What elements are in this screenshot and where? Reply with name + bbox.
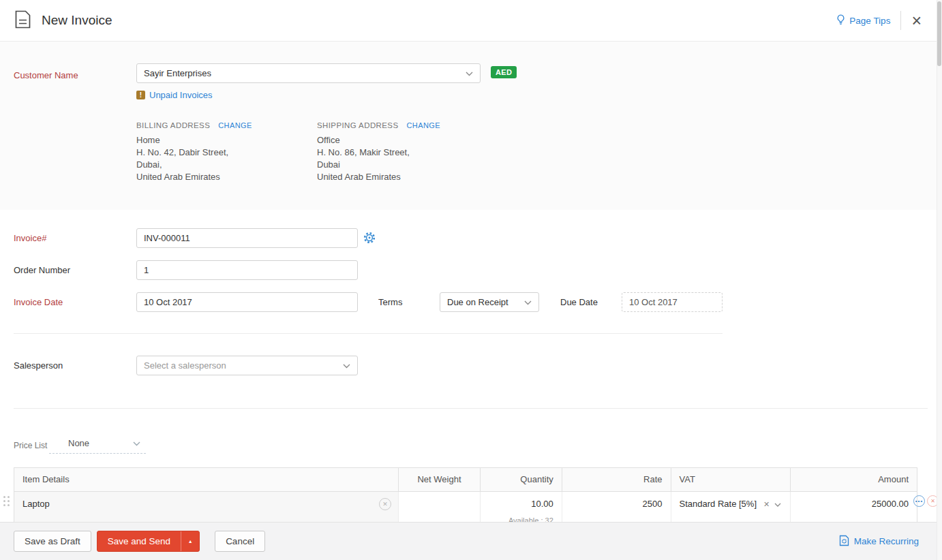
save-options-caret-icon[interactable]: ▲ xyxy=(181,531,199,551)
cancel-button[interactable]: Cancel xyxy=(215,531,265,552)
new-invoice-page: New Invoice Page Tips × Customer Name Sa… xyxy=(0,0,942,560)
invoice-date-input[interactable] xyxy=(136,292,358,312)
invoice-settings-gear-icon[interactable] xyxy=(363,232,376,247)
chevron-down-icon xyxy=(770,499,781,509)
billing-address-line: Home xyxy=(136,134,252,146)
customer-select[interactable]: Sayir Enterprises xyxy=(136,63,481,83)
unpaid-invoices-label: Unpaid Invoices xyxy=(149,90,213,100)
row-drag-handle[interactable] xyxy=(3,496,10,506)
recurring-document-icon xyxy=(839,535,849,548)
billing-address-heading: BILLING ADDRESSCHANGE xyxy=(136,121,252,129)
column-header-net-weight: Net Weight xyxy=(399,468,481,491)
close-icon[interactable]: × xyxy=(911,12,922,29)
chevron-down-icon xyxy=(466,68,473,78)
chevron-down-icon xyxy=(524,297,532,307)
shipping-change-link[interactable]: CHANGE xyxy=(407,121,440,129)
row-actions: ••• ✕ xyxy=(913,495,939,507)
vat-cell[interactable]: Standard Rate [5%] ✕ xyxy=(671,492,791,522)
invoice-date-label: Invoice Date xyxy=(14,297,63,307)
shipping-address-title: SHIPPING ADDRESS xyxy=(317,121,399,129)
shipping-address-line: United Arab Emirates xyxy=(317,171,440,183)
lightbulb-icon xyxy=(836,14,845,27)
billing-address-block: BILLING ADDRESSCHANGE Home H. No. 42, Da… xyxy=(136,121,252,183)
salesperson-placeholder: Select a salesperson xyxy=(144,360,343,371)
currency-badge: AED xyxy=(491,66,517,78)
page-tips-label: Page Tips xyxy=(849,16,890,26)
price-list-select[interactable]: None xyxy=(49,437,146,454)
shipping-address-line: Dubai xyxy=(317,159,440,171)
scrollbar-thumb[interactable] xyxy=(937,1,941,66)
item-name: Laptop xyxy=(22,499,50,509)
billing-address-line: United Arab Emirates xyxy=(136,171,252,183)
item-details-cell[interactable]: Laptop ✕ xyxy=(14,492,399,522)
table-row: Laptop ✕ 10.00 Available : 32 2500 Stand… xyxy=(14,492,917,522)
available-stock-label: Available : 32 xyxy=(489,516,553,522)
section-divider xyxy=(14,408,928,409)
save-and-send-button[interactable]: Save and Send ▲ xyxy=(97,531,200,552)
amount-cell: 25000.00 xyxy=(791,492,917,522)
quantity-cell[interactable]: 10.00 Available : 32 xyxy=(481,492,562,522)
due-date-label: Due Date xyxy=(560,297,598,307)
salesperson-label: Salesperson xyxy=(14,360,63,371)
customer-select-value: Sayir Enterprises xyxy=(144,68,466,78)
table-header-row: Item Details Net Weight Quantity Rate VA… xyxy=(14,467,917,492)
column-header-vat: VAT xyxy=(671,468,791,491)
vat-value: Standard Rate [5%] xyxy=(680,499,757,509)
billing-change-link[interactable]: CHANGE xyxy=(218,121,252,129)
net-weight-cell[interactable] xyxy=(399,492,481,522)
row-more-options-icon[interactable]: ••• xyxy=(913,495,925,507)
shipping-address-heading: SHIPPING ADDRESSCHANGE xyxy=(317,121,440,129)
section-divider xyxy=(14,333,723,334)
billing-address-line: Dubai, xyxy=(136,159,252,171)
invoice-number-input[interactable] xyxy=(136,228,358,248)
order-number-label: Order Number xyxy=(14,265,70,275)
billing-address-line: H. No. 42, Dabir Street, xyxy=(136,146,252,159)
chevron-down-icon xyxy=(133,437,140,449)
price-list-value: None xyxy=(68,438,89,448)
page-tips-button[interactable]: Page Tips xyxy=(836,14,890,27)
action-footer: Save as Draft Save and Send ▲ Cancel Mak… xyxy=(0,522,942,560)
unpaid-invoices-link[interactable]: ! Unpaid Invoices xyxy=(136,90,213,100)
invoice-document-icon xyxy=(15,10,31,31)
shipping-address-block: SHIPPING ADDRESSCHANGE Office H. No. 86,… xyxy=(317,121,440,183)
customer-name-label: Customer Name xyxy=(14,70,78,80)
column-header-quantity: Quantity xyxy=(481,468,562,491)
customer-section: Customer Name Sayir Enterprises AED ! Un… xyxy=(0,42,937,210)
warning-icon: ! xyxy=(136,91,145,99)
shipping-address-line: Office xyxy=(317,134,440,146)
page-title: New Invoice xyxy=(42,13,112,28)
chevron-down-icon xyxy=(343,360,350,371)
quantity-value: 10.00 xyxy=(489,499,553,509)
billing-address-title: BILLING ADDRESS xyxy=(136,121,210,129)
line-items-table: Item Details Net Weight Quantity Rate VA… xyxy=(14,467,917,522)
save-and-send-label: Save and Send xyxy=(97,536,181,546)
page-header: New Invoice Page Tips × xyxy=(0,0,937,42)
price-list-label: Price List xyxy=(14,441,47,450)
column-header-amount: Amount xyxy=(791,468,917,491)
due-date-input[interactable] xyxy=(622,292,723,312)
header-divider xyxy=(900,11,901,30)
vertical-scrollbar[interactable] xyxy=(937,0,942,560)
order-number-input[interactable] xyxy=(136,260,358,280)
column-header-item-details: Item Details xyxy=(14,468,399,491)
column-header-rate: Rate xyxy=(562,468,671,491)
terms-select-value: Due on Receipt xyxy=(447,297,524,307)
clear-vat-icon[interactable]: ✕ xyxy=(763,500,770,509)
save-as-draft-button[interactable]: Save as Draft xyxy=(14,531,91,552)
shipping-address-line: H. No. 86, Makir Street, xyxy=(317,146,440,159)
salesperson-select[interactable]: Select a salesperson xyxy=(136,356,358,375)
terms-label: Terms xyxy=(378,297,402,307)
invoice-number-label: Invoice# xyxy=(14,233,46,243)
make-recurring-label: Make Recurring xyxy=(854,536,919,546)
clear-item-icon[interactable]: ✕ xyxy=(379,498,391,510)
make-recurring-link[interactable]: Make Recurring xyxy=(839,535,919,548)
rate-cell[interactable]: 2500 xyxy=(562,492,671,522)
terms-select[interactable]: Due on Receipt xyxy=(440,292,539,312)
